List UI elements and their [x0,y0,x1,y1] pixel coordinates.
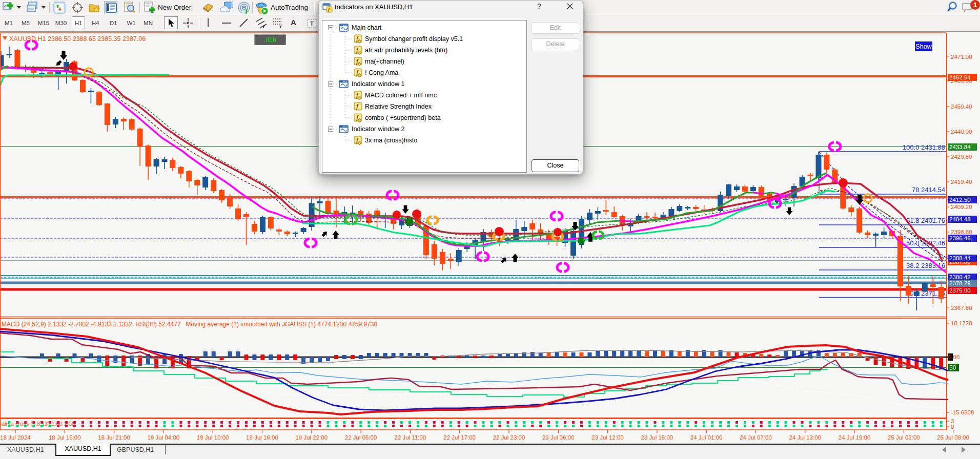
svg-text:10.1728: 10.1728 [951,320,972,326]
svg-text:atr adr probability levels (bt: atr adr probability levels (btn) [365,47,447,54]
svg-text:Indicator window 2: Indicator window 2 [352,126,405,133]
svg-text:2375.00: 2375.00 [949,287,971,294]
svg-text:22 Jul 11:00: 22 Jul 11:00 [394,434,426,441]
svg-text:2398.80: 2398.80 [951,229,972,235]
svg-text:23 Jul 12:00: 23 Jul 12:00 [591,434,624,441]
svg-text:T: T [310,20,314,27]
svg-text:22 Jul 23:00: 22 Jul 23:00 [493,434,525,441]
svg-text:2440.00: 2440.00 [951,129,972,135]
svg-text:0: 0 [951,424,954,430]
svg-text:2396.46: 2396.46 [949,235,971,241]
svg-text:XAUUSD,H1 2386.50 2388.65 238: XAUUSD,H1 2386.50 2388.65 2385.35 2387.0… [9,35,146,43]
svg-text:24 Jul 19:00: 24 Jul 19:00 [839,434,871,441]
svg-text:25 Jul 08:00: 25 Jul 08:00 [937,434,969,441]
svg-text:24 Jul 01:00: 24 Jul 01:00 [690,434,723,441]
svg-text:MACD colored + mtf nmc: MACD colored + mtf nmc [365,92,437,99]
svg-text:2412.50: 2412.50 [949,197,971,203]
svg-text:50: 50 [949,364,956,371]
svg-text:combo ( +supertrend) beta: combo ( +supertrend) beta [365,114,441,121]
svg-text:3x ma (cross)histo: 3x ma (cross)histo [365,137,417,144]
svg-text:23 Jul 06:00: 23 Jul 06:00 [542,434,575,441]
svg-text:18 Jul 2024: 18 Jul 2024 [0,434,31,441]
svg-text:2378.29: 2378.29 [949,280,971,286]
svg-text:18 Jul 15:00: 18 Jul 15:00 [49,434,81,441]
svg-text:MACD (24,52,9) 2.1332 -2.7802: MACD (24,52,9) 2.1332 -2.7802 -4.9133 2.… [2,321,377,328]
svg-text:Show: Show [915,43,932,50]
svg-text:! Cong Ama: ! Cong Ama [365,69,398,76]
svg-text:2419.40: 2419.40 [951,179,972,185]
svg-text:2380.42: 2380.42 [949,274,971,280]
svg-text:.ribb: .ribb [264,36,276,44]
svg-text:0.00: 0.00 [948,354,959,360]
svg-text:F: F [280,25,282,29]
svg-text:Main chart: Main chart [352,24,382,31]
svg-text:ma(+channel): ma(+channel) [365,58,404,65]
svg-text:2450.40: 2450.40 [951,103,972,110]
svg-text:25 Jul 02:00: 25 Jul 02:00 [888,434,920,441]
svg-text:61.8 2401.76: 61.8 2401.76 [906,217,945,224]
svg-text:E: E [263,25,266,29]
svg-text:19 Jul 22:00: 19 Jul 22:00 [295,434,328,441]
svg-text:2433.84: 2433.84 [949,144,971,150]
svg-text:22 Jul 05:00: 22 Jul 05:00 [345,434,377,441]
svg-text:-15.6508: -15.6508 [951,409,974,415]
svg-text:19 Jul 16:00: 19 Jul 16:00 [246,434,278,441]
svg-text:Indicator window 1: Indicator window 1 [352,80,405,88]
svg-text:23 Jul 18:00: 23 Jul 18:00 [641,434,673,441]
svg-text:2367.80: 2367.80 [951,305,972,311]
svg-text:Symbol changer profit display: Symbol changer profit display v5.1 [365,35,463,43]
svg-text:2404.48: 2404.48 [949,216,971,222]
svg-text:78 2414.54: 78 2414.54 [912,186,945,194]
svg-text:19 Jul 10:00: 19 Jul 10:00 [197,434,229,441]
svg-text:2429.80: 2429.80 [951,154,972,160]
svg-text:2409.20: 2409.20 [951,204,972,210]
svg-text:2471.00: 2471.00 [951,54,972,60]
svg-text:24 Jul 13:00: 24 Jul 13:00 [789,434,821,441]
svg-text:18 Jul 21:00: 18 Jul 21:00 [98,434,130,441]
svg-text:alma cross (5,8,13) 1.00 2.00: alma cross (5,8,13) 1.00 2.00 [2,421,75,427]
svg-text:Relative Strength Index: Relative Strength Index [365,103,432,110]
svg-text:38.2 2383.16: 38.2 2383.16 [906,262,945,269]
svg-text:100.0 2431.88: 100.0 2431.88 [903,143,945,151]
svg-text:2388.44: 2388.44 [949,255,971,261]
svg-text:22 Jul 17:00: 22 Jul 17:00 [443,434,476,441]
svg-text:2462.54: 2462.54 [949,74,971,80]
svg-text:24 Jul 07:00: 24 Jul 07:00 [740,434,772,441]
svg-text:19 Jul 04:00: 19 Jul 04:00 [148,434,180,441]
